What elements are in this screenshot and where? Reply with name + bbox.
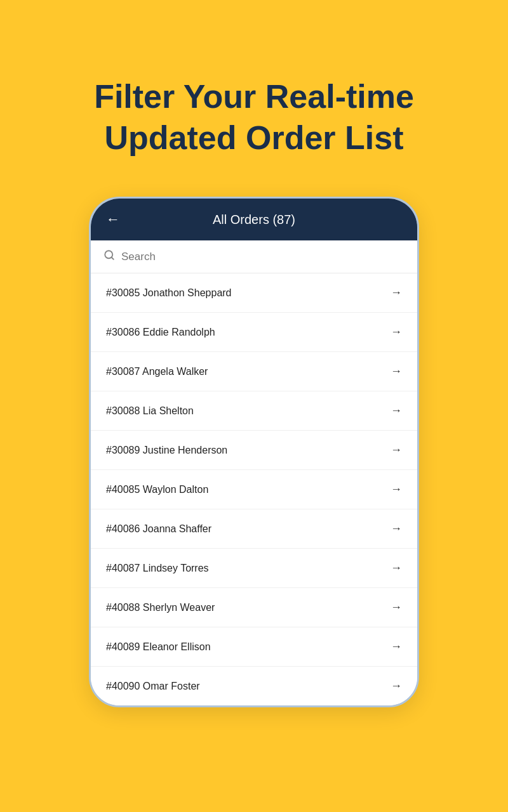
arrow-icon: → [391, 483, 402, 496]
order-label: #40086 Joanna Shaffer [106, 523, 211, 535]
order-item[interactable]: #40085 Waylon Dalton → [91, 470, 417, 509]
order-item[interactable]: #30087 Angela Walker → [91, 352, 417, 391]
arrow-icon: → [391, 286, 402, 299]
search-bar [91, 240, 417, 273]
arrow-icon: → [391, 443, 402, 457]
order-label: #40085 Waylon Dalton [106, 484, 208, 495]
order-item[interactable]: #30085 Jonathon Sheppard → [91, 273, 417, 313]
arrow-icon: → [391, 561, 402, 575]
arrow-icon: → [391, 640, 402, 653]
phone-mockup: ← All Orders (87) #30085 Jonathon Sheppa… [89, 197, 419, 707]
order-list: #30085 Jonathon Sheppard → #30086 Eddie … [91, 273, 417, 705]
hero-title: Filter Your Real-time Updated Order List [0, 76, 508, 159]
order-label: #40087 Lindsey Torres [106, 563, 209, 574]
order-label: #30085 Jonathon Sheppard [106, 287, 232, 299]
back-button[interactable]: ← [106, 211, 120, 228]
page-title: All Orders (87) [213, 213, 295, 227]
order-label: #40089 Eleanor Ellison [106, 641, 211, 653]
order-item[interactable]: #40087 Lindsey Torres → [91, 549, 417, 588]
arrow-icon: → [391, 325, 402, 339]
order-label: #30088 Lia Shelton [106, 405, 194, 417]
order-label: #30086 Eddie Randolph [106, 327, 215, 338]
order-item[interactable]: #30088 Lia Shelton → [91, 391, 417, 431]
arrow-icon: → [391, 404, 402, 417]
order-item[interactable]: #40090 Omar Foster → [91, 667, 417, 705]
arrow-icon: → [391, 365, 402, 378]
search-icon [104, 249, 115, 264]
search-input[interactable] [121, 251, 404, 263]
svg-line-1 [111, 257, 113, 259]
arrow-icon: → [391, 679, 402, 693]
order-label: #30089 Justine Henderson [106, 445, 227, 456]
order-label: #40090 Omar Foster [106, 681, 200, 692]
order-item[interactable]: #40086 Joanna Shaffer → [91, 509, 417, 549]
order-label: #30087 Angela Walker [106, 366, 208, 377]
arrow-icon: → [391, 601, 402, 614]
phone-header: ← All Orders (87) [91, 199, 417, 240]
arrow-icon: → [391, 522, 402, 535]
order-item[interactable]: #40088 Sherlyn Weaver → [91, 588, 417, 627]
order-item[interactable]: #40089 Eleanor Ellison → [91, 627, 417, 667]
order-item[interactable]: #30086 Eddie Randolph → [91, 313, 417, 352]
order-item[interactable]: #30089 Justine Henderson → [91, 431, 417, 470]
order-label: #40088 Sherlyn Weaver [106, 602, 215, 613]
